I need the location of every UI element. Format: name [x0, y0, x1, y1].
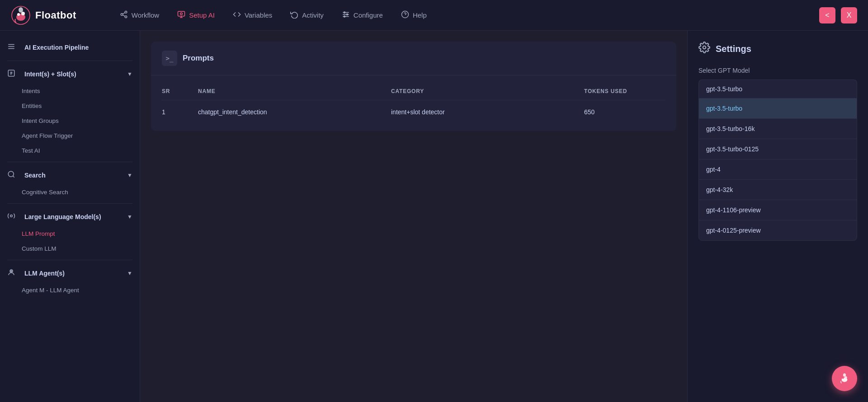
ai-execution-pipeline-label: AI Execution Pipeline	[24, 44, 89, 51]
svg-point-33	[843, 374, 846, 377]
table-row[interactable]: 1 chatgpt_intent_detection intent+slot d…	[162, 100, 665, 124]
activity-icon	[290, 10, 298, 20]
prompts-title: Prompts	[183, 54, 214, 63]
prompts-table: SR NAME CATEGORY TOKENS USED 1 chatgpt_i…	[151, 75, 676, 131]
sidebar-item-entities[interactable]: Entities	[0, 98, 140, 113]
close-button[interactable]: X	[841, 7, 857, 23]
svg-point-24	[8, 171, 14, 177]
floatbot-logo-icon	[11, 5, 31, 25]
search-chevron: ▼	[127, 172, 132, 178]
svg-point-11	[180, 13, 183, 15]
sidebar-item-ai-execution-pipeline[interactable]: AI Execution Pipeline	[0, 38, 140, 57]
sidebar-item-intents[interactable]: Intents	[0, 84, 140, 98]
settings-header: Settings	[688, 31, 868, 63]
intents-slots-icon	[7, 69, 15, 79]
row-sr: 1	[162, 108, 198, 116]
setup-ai-icon	[177, 10, 185, 20]
sidebar-item-llm-agents[interactable]: LLM Agent(s) ▼	[0, 264, 140, 283]
terminal-icon: >_	[162, 51, 177, 66]
settings-title: Settings	[716, 44, 751, 54]
nav-variables[interactable]: Variables	[226, 7, 279, 24]
sidebar-item-test-ai[interactable]: Test AI	[0, 143, 140, 158]
dropdown-item-gpt40125preview[interactable]: gpt-4-0125-preview	[699, 220, 857, 240]
settings-gear-icon	[698, 42, 710, 56]
svg-rect-10	[178, 11, 185, 16]
sidebar-item-agent-m-llm-agent[interactable]: Agent M - LLM Agent	[0, 283, 140, 298]
svg-point-6	[121, 13, 123, 15]
col-category: CATEGORY	[391, 88, 584, 94]
sidebar: AI Execution Pipeline Intent(s) + Slot(s…	[0, 31, 140, 402]
svg-point-28	[11, 271, 12, 271]
svg-point-5	[125, 11, 127, 13]
llm-agents-icon	[7, 268, 15, 278]
llm-icon	[7, 212, 15, 222]
logo-text: Floatbot	[35, 9, 76, 21]
nav-configure[interactable]: Configure	[335, 7, 390, 24]
col-tokens: TOKENS USED	[584, 88, 665, 94]
search-label: Search	[24, 172, 46, 179]
dropdown-item-gpt35turbo16k[interactable]: gpt-3.5-turbo-16k	[699, 119, 857, 139]
ai-execution-pipeline-icon	[7, 42, 15, 52]
nav-setup-ai[interactable]: Setup AI	[170, 7, 222, 24]
svg-point-15	[344, 12, 345, 13]
sidebar-item-intents-slots[interactable]: Intent(s) + Slot(s) ▼	[0, 65, 140, 84]
col-sr: SR	[162, 88, 198, 94]
nav-help-label: Help	[413, 11, 427, 19]
logo[interactable]: Floatbot	[11, 5, 76, 25]
col-name: NAME	[198, 88, 391, 94]
settings-panel: Settings Select GPT Model gpt-3.5-turbo …	[687, 31, 868, 402]
main-content: >_ Prompts SR NAME CATEGORY TOKENS USED …	[140, 31, 687, 402]
sidebar-item-agent-flow-trigger[interactable]: Agent Flow Trigger	[0, 128, 140, 143]
dropdown-item-gpt35turbo[interactable]: gpt-3.5-turbo	[699, 98, 857, 119]
sidebar-item-cognitive-search[interactable]: Cognitive Search	[0, 185, 140, 200]
help-icon	[401, 10, 409, 20]
fab-icon	[838, 372, 851, 385]
collapse-button[interactable]: <	[819, 7, 835, 23]
prompts-header: >_ Prompts	[151, 42, 676, 75]
workflow-icon	[120, 10, 128, 20]
variables-icon	[233, 10, 241, 20]
llm-label: Large Language Model(s)	[24, 213, 101, 220]
configure-icon	[342, 10, 350, 20]
row-name: chatgpt_intent_detection	[198, 108, 391, 116]
main-area: AI Execution Pipeline Intent(s) + Slot(s…	[0, 31, 868, 402]
svg-point-7	[125, 16, 127, 18]
dropdown-item-gpt41106preview[interactable]: gpt-4-1106-preview	[699, 200, 857, 220]
nav-configure-label: Configure	[354, 11, 383, 19]
svg-point-26	[10, 215, 13, 217]
search-icon	[7, 170, 15, 180]
prompts-card: >_ Prompts SR NAME CATEGORY TOKENS USED …	[151, 42, 676, 131]
svg-line-8	[123, 15, 125, 16]
llm-agents-label: LLM Agent(s)	[24, 270, 65, 277]
dropdown-item-gpt35turbo0125[interactable]: gpt-3.5-turbo-0125	[699, 139, 857, 159]
sidebar-item-search[interactable]: Search ▼	[0, 166, 140, 185]
nav-workflow-label: Workflow	[132, 11, 159, 19]
svg-line-9	[123, 12, 125, 14]
svg-point-29	[703, 46, 706, 49]
nav-variables-label: Variables	[245, 11, 272, 19]
svg-point-4	[19, 7, 23, 13]
sidebar-item-custom-llm[interactable]: Custom LLM	[0, 241, 140, 256]
row-tokens: 650	[584, 108, 665, 116]
dropdown-item-gpt432k[interactable]: gpt-4-32k	[699, 180, 857, 200]
gpt-model-label: Select GPT Model	[688, 63, 868, 79]
gpt-model-dropdown[interactable]: gpt-3.5-turbo gpt-3.5-turbo-16k gpt-3.5-…	[698, 98, 857, 241]
dropdown-item-gpt4[interactable]: gpt-4	[699, 159, 857, 180]
sidebar-item-intent-groups[interactable]: Intent Groups	[0, 113, 140, 128]
svg-point-17	[344, 16, 345, 17]
sidebar-item-llm-prompt[interactable]: LLM Prompt	[0, 226, 140, 241]
nav-setup-ai-label: Setup AI	[189, 11, 215, 19]
nav-help[interactable]: Help	[394, 7, 434, 24]
sidebar-item-llm[interactable]: Large Language Model(s) ▼	[0, 207, 140, 226]
intents-slots-chevron: ▼	[127, 71, 132, 77]
nav-workflow[interactable]: Workflow	[113, 7, 166, 24]
nav-items: Workflow Setup AI Variables	[113, 7, 819, 24]
nav-activity-label: Activity	[302, 11, 324, 19]
nav-activity[interactable]: Activity	[283, 7, 331, 24]
svg-point-16	[346, 14, 348, 15]
svg-point-2	[17, 13, 20, 16]
nav-right-controls: < X	[819, 7, 857, 23]
gpt-current-value[interactable]: gpt-3.5-turbo	[698, 79, 857, 98]
floatbot-fab[interactable]	[832, 366, 857, 391]
llm-agents-chevron: ▼	[127, 270, 132, 276]
